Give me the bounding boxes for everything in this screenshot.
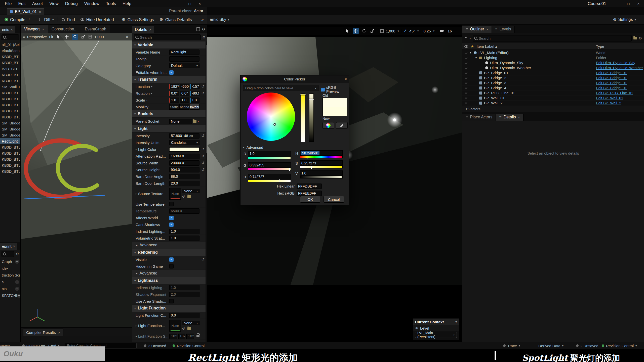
close-icon[interactable]: × xyxy=(345,77,347,81)
compile-button[interactable]: ✓ Compile ⋮ xyxy=(2,16,34,23)
tab-outliner[interactable]: ≡ Outliner × xyxy=(462,26,492,33)
menu-item[interactable]: Edit xyxy=(15,0,29,7)
component-item[interactable]: KB3D_BTL_ xyxy=(0,156,20,162)
srgb-checkbox[interactable]: ✓ xyxy=(321,88,325,92)
select-tool-icon[interactable] xyxy=(55,34,61,40)
visibility-eye-icon[interactable] xyxy=(465,72,467,74)
rotation-z-input[interactable]: -89.9 xyxy=(190,91,199,96)
outliner-row[interactable]: ▾ BP_Wall_01 Edit BP_Wall_01 xyxy=(462,96,644,101)
section-light[interactable]: ▾Light xyxy=(132,125,206,132)
close-icon[interactable]: × xyxy=(42,27,44,31)
source-width-input[interactable]: 20000.0 xyxy=(169,160,199,166)
red-input[interactable]: 1.0 xyxy=(248,151,291,156)
filter-icon[interactable] xyxy=(464,37,468,40)
outliner-search-input[interactable] xyxy=(473,35,632,41)
outliner-row[interactable]: ▾ BP_Bridge_2 Edit BP_Bridge_01 xyxy=(462,75,644,80)
tab-viewport[interactable]: Viewport × xyxy=(21,25,48,33)
cancel-button[interactable]: Cancel xyxy=(324,196,344,203)
shadow-exponent-input[interactable]: 2.0 xyxy=(169,292,199,297)
actor-type-text[interactable]: Edit BP_Bridge_01 xyxy=(596,81,627,85)
component-item[interactable]: KB3D_BTL_ xyxy=(0,108,20,114)
level-dropdown[interactable]: LVL_Main (Persistent) ▾ xyxy=(415,332,457,338)
reset-icon[interactable]: ↺ xyxy=(201,257,205,262)
component-item[interactable]: SM_Bridge_ xyxy=(0,126,20,132)
move-tool-icon[interactable] xyxy=(64,34,70,40)
hidden-in-game-checkbox[interactable] xyxy=(169,264,174,268)
source-texture-thumbnail[interactable]: None xyxy=(169,188,181,200)
component-item[interactable]: B3D_BTL_ xyxy=(0,66,20,72)
reset-icon[interactable]: ↺ xyxy=(201,91,205,96)
outliner-row[interactable]: ▾ BP_Bridge_4 Edit BP_Bridge_01 xyxy=(462,85,644,90)
menu-item[interactable]: Asset xyxy=(29,0,46,7)
add-icon[interactable]: + xyxy=(17,294,20,298)
section-variable[interactable]: ▾Variable xyxy=(132,41,206,49)
tab-event-graph[interactable]: EventGraph xyxy=(81,25,110,33)
component-item[interactable]: KB3D_BTL_ xyxy=(0,168,20,174)
my-blueprint-section[interactable]: SPATCHI ▾ + xyxy=(0,292,20,299)
visibility-eye-icon[interactable] xyxy=(465,82,467,84)
close-icon[interactable]: × xyxy=(149,27,151,32)
lightmass-indirect-input[interactable]: 1.0 xyxy=(169,285,199,290)
reset-icon[interactable]: ↺ xyxy=(201,133,205,138)
barn-door-length-input[interactable]: 20.0 xyxy=(169,181,199,186)
component-item[interactable]: efaultScene xyxy=(0,48,20,54)
menu-item[interactable]: Tools xyxy=(103,0,119,7)
browse-to-asset-icon[interactable] xyxy=(187,195,191,198)
type-column[interactable]: Type xyxy=(596,44,604,49)
my-blueprint-search-input[interactable] xyxy=(2,251,14,257)
close-icon[interactable]: × xyxy=(486,27,488,31)
section-lightmass[interactable]: ▾Lightmass xyxy=(132,277,206,284)
my-blueprint-section[interactable]: nts ▾ + xyxy=(0,285,20,292)
select-tool-icon[interactable] xyxy=(344,28,350,34)
derived-data-dropdown[interactable]: Derived Data ▾ xyxy=(538,342,564,349)
component-item[interactable]: all_01 (Self xyxy=(0,41,20,48)
scale-z-input[interactable]: 1.0 xyxy=(190,98,199,103)
perspective-dropdown[interactable]: Perspective xyxy=(27,35,47,39)
close-icon[interactable]: × xyxy=(58,330,60,335)
mobility-stationary-button[interactable]: Stationary xyxy=(179,104,189,110)
source-height-input[interactable]: 904.0 xyxy=(169,167,199,172)
intensity-input[interactable]: 57.800148cd xyxy=(169,133,199,139)
add-icon[interactable]: + xyxy=(15,260,19,264)
close-icon[interactable]: × xyxy=(11,27,13,32)
saturation-slider[interactable] xyxy=(301,94,305,142)
outliner-row[interactable]: ▾ BP_Bridge_3 Edit BP_Bridge_01 xyxy=(462,80,644,85)
add-icon[interactable]: + xyxy=(15,280,19,284)
viewport-menu-icon[interactable]: ≡ xyxy=(23,35,25,39)
angle-snap-icon[interactable]: ∠ xyxy=(404,29,407,33)
maximize-icon[interactable]: □ xyxy=(623,0,633,7)
reset-icon[interactable]: ↺ xyxy=(201,84,205,89)
outliner-row[interactable]: ▾ Ultra_Dynamic_Weather Edit Ultra_Dynam… xyxy=(462,65,644,70)
view-options-icon[interactable] xyxy=(196,27,200,31)
green-input[interactable]: 0.992455 xyxy=(248,162,291,168)
rotate-tool-icon[interactable] xyxy=(361,28,367,34)
eyedropper-button[interactable] xyxy=(336,122,348,129)
visibility-column-icon[interactable] xyxy=(464,45,468,48)
component-item[interactable]: KB3D_BTL_ xyxy=(0,144,20,150)
menu-item[interactable]: Debug xyxy=(62,0,81,7)
tab-my-blueprint[interactable]: eprint × xyxy=(0,243,17,250)
barn-door-angle-input[interactable]: 88.0 xyxy=(169,174,199,179)
component-item[interactable]: SM_Wall_Bl xyxy=(0,84,20,90)
maximize-icon[interactable]: □ xyxy=(185,0,195,7)
component-item[interactable]: KB3D_BTL_ xyxy=(0,150,20,156)
new-folder-icon[interactable] xyxy=(633,37,637,39)
component-item[interactable]: KB3D_BTL_ xyxy=(0,72,20,78)
my-blueprint-section[interactable]: s ▾ + xyxy=(0,279,20,285)
reset-icon[interactable]: ↺ xyxy=(201,161,205,165)
actor-type-text[interactable]: Edit BP_Bridge_01 xyxy=(596,71,627,75)
tab-place-actors[interactable]: ≡ Place Actors xyxy=(462,114,496,121)
visibility-eye-icon[interactable] xyxy=(465,62,467,64)
attenuation-radius-input[interactable]: 16384.0 xyxy=(169,154,199,159)
visible-checkbox[interactable]: ✓ xyxy=(169,257,174,262)
tab-details[interactable]: Details × xyxy=(132,26,154,33)
reset-icon[interactable]: ↺ xyxy=(201,154,205,158)
my-blueprint-section[interactable]: ide ▾ + xyxy=(0,265,20,272)
green-slider[interactable] xyxy=(248,168,291,170)
component-item[interactable]: KB3D_BTL_ xyxy=(0,90,20,96)
blueprint-viewport[interactable]: ≡ Perspective Lit 1,000 » xyxy=(21,33,132,327)
tab-levels[interactable]: ≡ Levels xyxy=(492,26,515,33)
menu-item[interactable]: Help xyxy=(119,0,135,7)
star-icon[interactable]: ★ xyxy=(471,44,474,49)
section-rendering[interactable]: ▾Rendering xyxy=(132,249,206,256)
